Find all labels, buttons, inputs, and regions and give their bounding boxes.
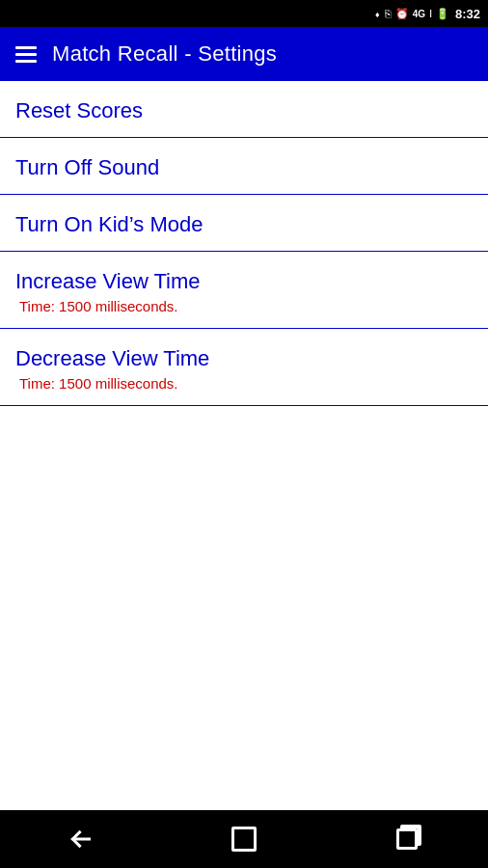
recents-icon — [396, 828, 418, 850]
decrease-view-time-subtitle: Time: 1500 milliseconds. — [15, 375, 473, 392]
increase-view-time-subtitle: Time: 1500 milliseconds. — [15, 298, 473, 314]
increase-view-time-item[interactable]: Increase View Time Time: 1500 millisecon… — [0, 252, 488, 329]
recents-button[interactable] — [378, 820, 436, 858]
main-content: Reset Scores Turn Off Sound Turn On Kid’… — [0, 81, 488, 810]
reset-scores-title: Reset Scores — [15, 98, 473, 123]
hamburger-line-1 — [15, 46, 37, 49]
battery-icon: 🔋 — [436, 8, 449, 20]
kids-mode-item[interactable]: Turn On Kid’s Mode — [0, 195, 488, 252]
hamburger-line-3 — [15, 60, 37, 63]
home-button[interactable] — [215, 820, 273, 858]
turn-off-sound-title: Turn Off Sound — [15, 155, 473, 180]
bluetooth-icon: ⬧ — [374, 8, 381, 19]
bottom-nav — [0, 810, 488, 868]
menu-button[interactable] — [15, 46, 37, 63]
kids-mode-title: Turn On Kid’s Mode — [15, 212, 473, 237]
settings-list: Reset Scores Turn Off Sound Turn On Kid’… — [0, 81, 488, 406]
decrease-view-time-item[interactable]: Decrease View Time Time: 1500 millisecon… — [0, 329, 488, 406]
status-time: 8:32 — [455, 7, 480, 21]
app-bar: Match Recall - Settings — [0, 27, 488, 81]
back-arrow-icon — [68, 829, 95, 849]
reset-scores-item[interactable]: Reset Scores — [0, 81, 488, 138]
signal-icon: Ⅰ — [429, 8, 432, 20]
decrease-view-time-title: Decrease View Time — [15, 346, 473, 371]
alarm-icon: ⏰ — [395, 8, 409, 20]
back-button[interactable] — [52, 820, 110, 858]
turn-off-sound-item[interactable]: Turn Off Sound — [0, 138, 488, 195]
app-title: Match Recall - Settings — [52, 41, 277, 67]
home-icon — [231, 827, 257, 852]
status-icons: ⬧ ⎘ ⏰ 4G Ⅰ 🔋 — [374, 8, 449, 20]
status-bar: ⬧ ⎘ ⏰ 4G Ⅰ 🔋 8:32 — [0, 0, 488, 27]
4g-icon: 4G — [413, 9, 425, 19]
sim-icon: ⎘ — [385, 8, 392, 19]
hamburger-line-2 — [15, 53, 37, 56]
increase-view-time-title: Increase View Time — [15, 269, 473, 294]
